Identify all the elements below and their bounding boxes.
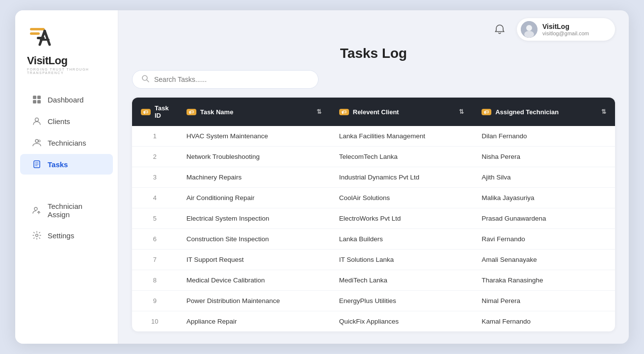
cell-relevant-client: CoolAir Solutions bbox=[330, 188, 473, 208]
table-body: 1HVAC System MaintenanceLanka Facilities… bbox=[132, 126, 615, 331]
user-email: visitlog@gmail.com bbox=[542, 30, 589, 36]
cell-task-id: 5 bbox=[132, 208, 178, 229]
cell-relevant-client: Industrial Dynamics Pvt Ltd bbox=[330, 167, 473, 188]
sidebar-item-technician-assign[interactable]: Technician Assign bbox=[20, 197, 113, 224]
cell-task-id: 6 bbox=[132, 229, 178, 250]
cell-task-id: 3 bbox=[132, 167, 178, 188]
task-id-tag: 🏷 bbox=[141, 109, 151, 115]
svg-rect-0 bbox=[30, 28, 45, 30]
logo-area: VisitLog FORGING TRUST THROUGH TRANSPARE… bbox=[15, 10, 118, 84]
svg-rect-7 bbox=[37, 96, 41, 99]
table-row[interactable]: 4Air Conditioning RepairCoolAir Solution… bbox=[132, 188, 615, 208]
cell-task-id: 4 bbox=[132, 188, 178, 208]
svg-rect-9 bbox=[37, 100, 41, 103]
tasks-icon bbox=[32, 159, 42, 169]
settings-label: Settings bbox=[48, 231, 74, 240]
settings-icon bbox=[32, 230, 42, 240]
cell-task-name: HVAC System Maintenance bbox=[178, 126, 330, 147]
col-assigned-technician[interactable]: 🏷 Assigned Technician ⇅ bbox=[473, 98, 615, 126]
table-row[interactable]: 2Network TroubleshootingTelecomTech Lank… bbox=[132, 147, 615, 167]
tasks-table-wrapper: 🏷 Task ID 🏷 Task Name ⇅ bbox=[132, 98, 615, 331]
svg-line-3 bbox=[45, 31, 50, 45]
page-body: Tasks Log 🏷 bbox=[118, 46, 629, 344]
sidebar-item-dashboard[interactable]: Dashboard bbox=[20, 89, 113, 110]
dashboard-icon bbox=[32, 95, 42, 104]
app-name: VisitLog bbox=[27, 54, 67, 67]
cell-relevant-client: ElectroWorks Pvt Ltd bbox=[330, 208, 473, 229]
technicians-label: Technicians bbox=[48, 139, 86, 147]
sort-icon-task-name: ⇅ bbox=[317, 108, 322, 115]
sidebar-item-settings[interactable]: Settings bbox=[20, 225, 113, 246]
bottom-nav: Technician Assign Settings bbox=[15, 192, 118, 251]
cell-task-id: 1 bbox=[132, 126, 178, 147]
cell-task-id: 7 bbox=[132, 250, 178, 270]
cell-task-name: Medical Device Calibration bbox=[178, 270, 330, 291]
clients-icon bbox=[32, 116, 42, 126]
cell-task-id: 8 bbox=[132, 270, 178, 291]
task-name-tag: 🏷 bbox=[187, 109, 196, 115]
cell-assigned-technician: Nimal Perera bbox=[473, 291, 615, 311]
clients-label: Clients bbox=[48, 117, 70, 126]
table-row[interactable]: 3Machinery RepairsIndustrial Dynamics Pv… bbox=[132, 167, 615, 188]
search-icon bbox=[141, 75, 149, 84]
table-row[interactable]: 7IT Support RequestIT Solutions LankaAma… bbox=[132, 250, 615, 270]
svg-point-10 bbox=[35, 118, 39, 122]
cell-relevant-client: QuickFix Appliances bbox=[330, 311, 473, 332]
cell-relevant-client: IT Solutions Lanka bbox=[330, 250, 473, 270]
col-relevant-client[interactable]: 🏷 Relevent Client ⇅ bbox=[330, 98, 473, 126]
top-header: VisitLog visitlog@gmail.com bbox=[118, 10, 629, 46]
cell-task-name: Air Conditioning Repair bbox=[178, 188, 330, 208]
sidebar-item-tasks[interactable]: Tasks bbox=[20, 154, 113, 175]
technicians-icon bbox=[32, 138, 42, 148]
page-title: Tasks Log bbox=[132, 46, 615, 61]
cell-relevant-client: Lanka Builders bbox=[330, 229, 473, 250]
search-input[interactable] bbox=[154, 76, 309, 83]
sidebar: VisitLog FORGING TRUST THROUGH TRANSPARE… bbox=[15, 10, 118, 344]
sidebar-item-technicians[interactable]: Technicians bbox=[20, 132, 113, 153]
user-pill: VisitLog visitlog@gmail.com bbox=[517, 18, 615, 41]
cell-relevant-client: TelecomTech Lanka bbox=[330, 147, 473, 167]
table-row[interactable]: 9Power Distribution MaintenanceEnergyPlu… bbox=[132, 291, 615, 311]
logo-icon bbox=[27, 24, 54, 51]
cell-assigned-technician: Kamal Fernando bbox=[473, 311, 615, 332]
user-name: VisitLog bbox=[542, 23, 589, 30]
svg-line-23 bbox=[147, 80, 149, 82]
tasks-table: 🏷 Task ID 🏷 Task Name ⇅ bbox=[132, 98, 615, 331]
assigned-tech-tag: 🏷 bbox=[482, 109, 491, 115]
main-content: VisitLog visitlog@gmail.com Tasks Log bbox=[118, 10, 629, 344]
svg-point-11 bbox=[35, 140, 38, 143]
cell-relevant-client: Lanka Facilities Management bbox=[330, 126, 473, 147]
table-row[interactable]: 8Medical Device CalibrationMediTech Lank… bbox=[132, 270, 615, 291]
cell-assigned-technician: Ravi Fernando bbox=[473, 229, 615, 250]
dashboard-label: Dashboard bbox=[48, 96, 83, 104]
cell-task-name: Electrical System Inspection bbox=[178, 208, 330, 229]
user-info: VisitLog visitlog@gmail.com bbox=[542, 23, 589, 36]
table-row[interactable]: 5Electrical System InspectionElectroWork… bbox=[132, 208, 615, 229]
main-window: VisitLog FORGING TRUST THROUGH TRANSPARE… bbox=[15, 10, 629, 344]
cell-task-id: 2 bbox=[132, 147, 178, 167]
cell-assigned-technician: Amali Senanayake bbox=[473, 250, 615, 270]
cell-task-id: 9 bbox=[132, 291, 178, 311]
table-row[interactable]: 6Construction Site InspectionLanka Build… bbox=[132, 229, 615, 250]
table-row[interactable]: 1HVAC System MaintenanceLanka Facilities… bbox=[132, 126, 615, 147]
cell-assigned-technician: Dilan Fernando bbox=[473, 126, 615, 147]
col-task-name[interactable]: 🏷 Task Name ⇅ bbox=[178, 98, 330, 126]
main-nav: Dashboard Clients Technicians bbox=[15, 84, 118, 179]
cell-assigned-technician: Malika Jayasuriya bbox=[473, 188, 615, 208]
cell-task-name: IT Support Request bbox=[178, 250, 330, 270]
tasks-label: Tasks bbox=[48, 160, 68, 169]
app-tagline: FORGING TRUST THROUGH TRANSPARENCY bbox=[27, 68, 106, 75]
svg-rect-8 bbox=[33, 100, 36, 103]
sidebar-item-clients[interactable]: Clients bbox=[20, 111, 113, 131]
svg-point-12 bbox=[38, 140, 40, 142]
cell-task-name: Appliance Repair bbox=[178, 311, 330, 332]
svg-point-17 bbox=[34, 207, 37, 210]
svg-rect-6 bbox=[33, 96, 36, 99]
svg-point-18 bbox=[36, 234, 38, 237]
sort-icon-tech: ⇅ bbox=[601, 108, 606, 115]
table-row[interactable]: 10Appliance RepairQuickFix AppliancesKam… bbox=[132, 311, 615, 332]
relevant-client-tag: 🏷 bbox=[339, 109, 349, 115]
notification-button[interactable] bbox=[490, 20, 509, 39]
avatar bbox=[521, 21, 537, 38]
svg-rect-1 bbox=[30, 32, 40, 35]
